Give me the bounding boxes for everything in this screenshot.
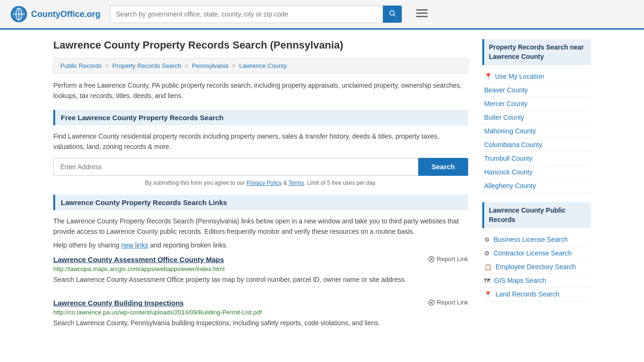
header-search-bar xyxy=(110,5,402,23)
search-submit-button[interactable]: Search xyxy=(418,158,468,176)
link-entry-2-header: Lawrence County Building Inspections Rep… xyxy=(53,299,468,307)
breadcrumb-lawrence-county[interactable]: Lawrence County xyxy=(239,62,287,69)
contractor-license-icon: ⚙ xyxy=(484,250,490,257)
land-records-icon: 📍 xyxy=(484,291,492,298)
gis-maps-icon: 🗺 xyxy=(484,277,490,284)
logo[interactable]: CountyOffice.org xyxy=(9,5,100,24)
address-input[interactable] xyxy=(53,158,418,176)
report-icon-2 xyxy=(428,299,435,306)
page-title: Lawrence County Property Records Search … xyxy=(53,39,468,51)
breadcrumb-pennsylvania[interactable]: Pennsylvania xyxy=(192,62,228,69)
header: CountyOffice.org xyxy=(0,0,644,30)
link-entry-1: Lawrence County Assessment Office County… xyxy=(53,255,468,289)
search-icon xyxy=(388,9,396,17)
link-entry-1-header: Lawrence County Assessment Office County… xyxy=(53,255,468,263)
nearby-section-title: Property Records Search near Lawrence Co… xyxy=(482,39,591,65)
sidebar-item-business-license[interactable]: ⚙ Business License Search xyxy=(482,233,591,247)
link-entry-2-url[interactable]: http://co.lawrence.pa.us/wp-content/uplo… xyxy=(53,309,468,316)
form-disclaimer: By submitting this form you agree to our… xyxy=(53,180,468,186)
sidebar-item-butler[interactable]: Butler County xyxy=(482,111,591,124)
use-my-location-item[interactable]: 📍 Use My Location xyxy=(482,70,591,83)
sidebar-item-contractor-license[interactable]: ⚙ Contractor License Search xyxy=(482,247,591,260)
logo-text: CountyOffice.org xyxy=(31,9,100,19)
report-icon-1 xyxy=(428,256,435,263)
terms-link[interactable]: Terms xyxy=(289,180,304,186)
new-links-link[interactable]: new links xyxy=(121,241,149,249)
links-section-heading: Lawrence County Property Records Search … xyxy=(53,195,468,210)
logo-icon xyxy=(9,5,28,24)
public-records-section-title: Lawrence County Public Records xyxy=(482,202,591,228)
use-my-location-link[interactable]: Use My Location xyxy=(495,73,544,80)
link-entry-2: Lawrence County Building Inspections Rep… xyxy=(53,299,468,333)
main-content: Lawrence County Property Records Search … xyxy=(53,39,468,342)
location-pin-icon: 📍 xyxy=(484,73,492,80)
links-description: The Lawrence County Property Records Sea… xyxy=(53,216,468,237)
report-link-2-button[interactable]: Report Link xyxy=(428,299,468,306)
sidebar-item-mercer[interactable]: Mercer County xyxy=(482,97,591,111)
public-records-list: ⚙ Business License Search ⚙ Contractor L… xyxy=(482,233,591,301)
header-search-input[interactable] xyxy=(110,7,383,22)
sidebar-item-mahoning[interactable]: Mahoning County xyxy=(482,124,591,138)
breadcrumb: Public Records > Property Records Search… xyxy=(53,58,468,74)
link-entry-1-description: Search Lawrence County Assessment Office… xyxy=(53,275,468,285)
sidebar: Property Records Search near Lawrence Co… xyxy=(482,39,591,342)
business-license-icon: ⚙ xyxy=(484,236,490,243)
free-search-description: Find Lawrence County residential propert… xyxy=(53,131,468,152)
link-entry-1-url[interactable]: http://lawcopa.maps.arcgis.com/apps/weba… xyxy=(53,265,468,272)
sidebar-item-gis-maps[interactable]: 🗺 GIS Maps Search xyxy=(482,274,591,288)
sidebar-item-allegheny[interactable]: Allegheny County xyxy=(482,179,591,193)
menu-icon[interactable] xyxy=(416,8,428,20)
nearby-counties-list: Beaver County Mercer County Butler Count… xyxy=(482,83,591,193)
sidebar-item-beaver[interactable]: Beaver County xyxy=(482,83,591,97)
sidebar-item-land-records[interactable]: 📍 Land Records Search xyxy=(482,288,591,301)
free-search-section: Free Lawrence County Property Records Se… xyxy=(53,110,468,186)
hamburger-icon xyxy=(416,9,428,17)
sidebar-item-columbiana[interactable]: Columbiana County xyxy=(482,138,591,152)
report-link-1-button[interactable]: Report Link xyxy=(428,255,468,263)
breadcrumb-public-records[interactable]: Public Records xyxy=(60,62,101,69)
link-entry-1-title[interactable]: Lawrence County Assessment Office County… xyxy=(53,255,224,263)
free-search-heading: Free Lawrence County Property Records Se… xyxy=(53,110,468,125)
page-description: Perform a free Lawrence County, PA publi… xyxy=(53,80,468,101)
employee-directory-icon: 📋 xyxy=(484,263,492,271)
header-search-button[interactable] xyxy=(383,6,402,23)
share-links-text: Help others by sharing new links and rep… xyxy=(53,241,468,249)
link-entry-2-title[interactable]: Lawrence County Building Inspections xyxy=(53,299,184,307)
privacy-policy-link[interactable]: Privacy Policy xyxy=(247,180,282,186)
svg-line-7 xyxy=(394,15,395,16)
breadcrumb-property-records[interactable]: Property Records Search xyxy=(112,62,181,69)
sidebar-item-trumbull[interactable]: Trumbull County xyxy=(482,152,591,165)
link-entry-2-description: Search Lawrence County, Pennsylvania bui… xyxy=(53,318,468,328)
address-form: Search xyxy=(53,158,468,176)
sidebar-item-employee-directory[interactable]: 📋 Employee Directory Search xyxy=(482,260,591,274)
links-section: Lawrence County Property Records Search … xyxy=(53,195,468,333)
content-wrapper: Lawrence County Property Records Search … xyxy=(44,30,600,352)
sidebar-item-hancock[interactable]: Hancock County xyxy=(482,165,591,179)
